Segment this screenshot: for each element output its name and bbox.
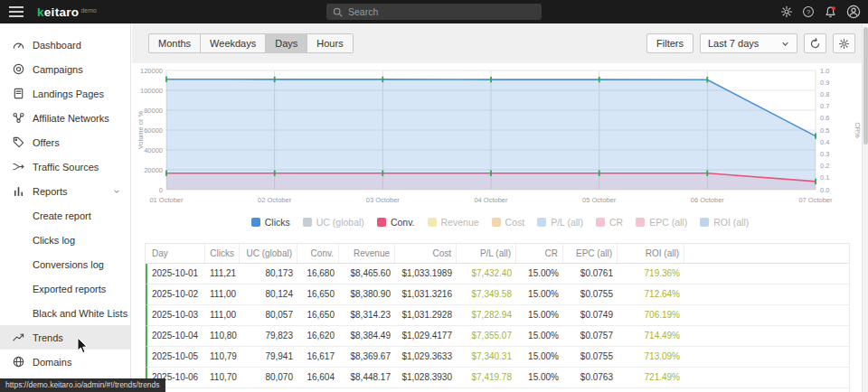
sidebar-item-label: Dashboard	[33, 40, 81, 51]
table-cell: 713.09%	[618, 347, 684, 367]
svg-text:Volume or %: Volume or %	[137, 110, 145, 149]
sidebar-item-campaigns[interactable]: Campaigns	[0, 57, 130, 81]
legend-color-box	[537, 218, 546, 227]
table-filler	[684, 264, 849, 284]
tab-hours[interactable]: Hours	[307, 33, 353, 53]
table-cell: 79,941	[240, 347, 297, 367]
sidebar-item-trends[interactable]: Trends	[0, 325, 130, 350]
svg-text:60000: 60000	[144, 126, 163, 135]
table-cell	[297, 388, 339, 392]
legend-item-revenue[interactable]: Revenue	[428, 217, 479, 228]
table-cell: 2025-10-04	[147, 326, 205, 346]
settings-gear-icon[interactable]	[780, 5, 793, 18]
sidebar-item-dashboard[interactable]: Dashboard	[0, 33, 130, 57]
sidebar-item-create-report[interactable]: Create report	[0, 203, 130, 228]
svg-text:04 October: 04 October	[474, 196, 508, 204]
table-cell: 2025-10-01	[147, 264, 205, 284]
legend-item-epc-all[interactable]: EPC (all)	[636, 217, 687, 228]
table-cell: 712.64%	[618, 285, 684, 304]
legend-label: EPC (all)	[649, 217, 687, 228]
help-icon[interactable]: ?	[802, 5, 815, 18]
dashboard-icon	[12, 38, 25, 51]
sidebar-item-reports[interactable]: Reports	[0, 179, 130, 203]
legend-item-roi-all[interactable]: ROI (all)	[700, 217, 749, 228]
search-bar[interactable]	[326, 4, 542, 20]
chart-settings-button[interactable]	[833, 33, 855, 53]
sidebar-item-affiliate-networks[interactable]: Affiliate Networks	[0, 106, 130, 130]
sidebar-item-label: Landings Pages	[33, 89, 104, 99]
svg-text:0.7: 0.7	[820, 102, 829, 110]
table-row-partial[interactable]: 2025-10-07	[146, 388, 849, 392]
tab-months[interactable]: Months	[148, 33, 201, 53]
scrollbar[interactable]	[862, 23, 868, 392]
main-content: MonthsWeekdaysDaysHours Filters Last 7 d…	[132, 23, 868, 392]
table-row[interactable]: 2025-10-02111,0080,12416,650$8,380.90$1,…	[146, 285, 849, 305]
legend-item-cr[interactable]: CR	[596, 217, 623, 228]
table-filler	[684, 305, 849, 325]
sidebar-item-conversions-log[interactable]: Conversions log	[0, 252, 130, 276]
sidebar-item-black-and-white-lists[interactable]: Black and White Lists	[0, 301, 130, 325]
tab-days[interactable]: Days	[266, 33, 307, 53]
sidebar-item-traffic-sources[interactable]: Traffic Sources	[0, 154, 130, 179]
table-row[interactable]: 2025-10-03111,0080,05716,650$8,314.23$1,…	[146, 305, 849, 326]
table-cell: 721.49%	[618, 368, 684, 387]
search-input[interactable]	[348, 6, 529, 17]
legend-item-conv[interactable]: Conv.	[377, 217, 415, 228]
avatar[interactable]	[846, 5, 861, 19]
table-cell	[516, 388, 563, 392]
table-cell	[395, 388, 457, 392]
menu-icon[interactable]	[9, 4, 24, 20]
date-range-value: Last 7 days	[708, 34, 759, 52]
svg-text:03 October: 03 October	[366, 196, 401, 204]
table-cell: $1,029.3633	[395, 347, 457, 367]
svg-text:0.0: 0.0	[820, 186, 829, 194]
refresh-button[interactable]	[804, 33, 826, 53]
table-row[interactable]: 2025-10-01111,2180,17316,680$8,465.60$1,…	[146, 264, 849, 285]
svg-text:05 October: 05 October	[582, 196, 617, 204]
svg-text:CR%: CR%	[854, 122, 862, 138]
legend-color-box	[700, 218, 709, 227]
filters-button[interactable]: Filters	[646, 33, 693, 53]
sidebar-item-label: Create report	[33, 210, 91, 221]
sidebar-item-label: Affiliate Networks	[33, 113, 109, 124]
column-header: Day	[147, 244, 205, 263]
legend-color-box	[428, 218, 437, 227]
notifications-bell-icon[interactable]	[824, 5, 837, 19]
legend-item-p-l-all[interactable]: P/L (all)	[537, 217, 583, 228]
table-row[interactable]: 2025-10-04110,8079,82316,620$8,384.49$1,…	[146, 326, 849, 347]
scrollbar-thumb[interactable]	[863, 27, 868, 145]
brand-logo[interactable]: keitaro demo	[37, 5, 97, 19]
topbar: keitaro demo ?	[0, 0, 868, 23]
sidebar-item-landings-pages[interactable]: Landings Pages	[0, 81, 130, 106]
table-cell: 16,680	[297, 264, 339, 284]
table-cell: $0.0763	[563, 368, 618, 387]
svg-text:40000: 40000	[144, 146, 163, 154]
sidebar-item-label: Exported reports	[33, 284, 106, 294]
table-cell: $7,419.78	[457, 368, 516, 387]
table-row[interactable]: 2025-10-05110,7979,94116,617$8,369.67$1,…	[146, 347, 849, 368]
sidebar-item-clicks-log[interactable]: Clicks log	[0, 228, 130, 252]
svg-text:80000: 80000	[144, 107, 163, 115]
svg-text:01 October: 01 October	[149, 196, 184, 204]
table-row[interactable]: 2025-10-06110,7080,07016,604$8,448.17$1,…	[146, 368, 849, 388]
brand-text: keitaro	[37, 5, 79, 19]
table-cell: 111,00	[205, 285, 240, 304]
sidebar-item-offers[interactable]: Offers	[0, 130, 130, 154]
table-cell: 706.19%	[618, 305, 684, 325]
legend-item-uc-global[interactable]: UC (global)	[303, 217, 364, 228]
legend-label: ROI (all)	[713, 217, 749, 228]
legend-item-clicks[interactable]: Clicks	[251, 217, 290, 228]
sidebar-item-domains[interactable]: Domains	[0, 350, 130, 374]
sidebar-item-exported-reports[interactable]: Exported reports	[0, 276, 130, 301]
domains-icon	[12, 355, 25, 369]
table-cell: 110,79	[205, 347, 240, 367]
sidebar-item-label: Clicks log	[33, 235, 75, 246]
legend-item-cost[interactable]: Cost	[492, 217, 525, 228]
chart-legend: ClicksUC (global)Conv.RevenueCostP/L (al…	[132, 217, 868, 228]
tab-weekdays[interactable]: Weekdays	[201, 33, 266, 53]
legend-color-box	[303, 218, 312, 227]
date-range-select[interactable]: Last 7 days	[700, 33, 797, 53]
table-cell	[457, 388, 516, 392]
table-cell: 714.49%	[618, 326, 684, 346]
legend-color-box	[492, 218, 501, 227]
